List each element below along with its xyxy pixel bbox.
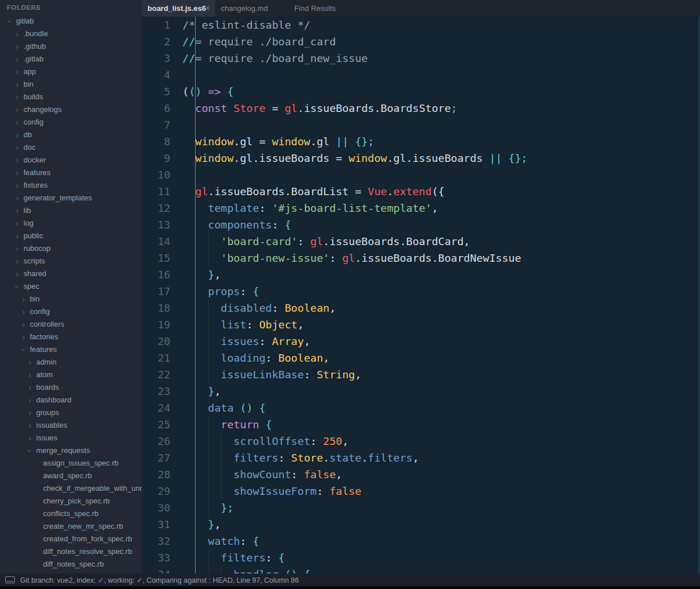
sidebar-item-features[interactable]: ›features: [0, 343, 142, 356]
chevron-right-icon[interactable]: ›: [14, 242, 21, 255]
sidebar-item-issues[interactable]: ›issues: [0, 432, 142, 444]
code-line[interactable]: 22issueLinkBase: String,: [142, 366, 700, 383]
code-line[interactable]: 21loading: Boolean,: [142, 350, 700, 366]
chevron-right-icon[interactable]: ›: [26, 369, 33, 381]
chevron-down-icon[interactable]: ›: [24, 447, 36, 454]
tab-changelog-md[interactable]: changelog.md: [215, 0, 289, 17]
code-line[interactable]: 17props: {: [142, 283, 700, 300]
sidebar-item-fixtures[interactable]: ›fixtures: [0, 179, 142, 192]
chevron-down-icon[interactable]: ›: [11, 283, 24, 290]
code-line[interactable]: 5(() => {: [142, 83, 700, 100]
sidebar-item-assign-issues-spec-rb[interactable]: assign_issues_spec.rb: [0, 457, 142, 470]
code-line[interactable]: 15'board-new-issue': gl.issueBoards.Boar…: [142, 250, 700, 266]
sidebar-item-log[interactable]: ›log: [0, 217, 142, 230]
chevron-right-icon[interactable]: ›: [14, 28, 21, 40]
sidebar-item-scripts[interactable]: ›scripts: [0, 255, 142, 268]
sidebar-item-lib[interactable]: ›lib: [0, 204, 142, 217]
chevron-right-icon[interactable]: ›: [26, 419, 33, 432]
code-line[interactable]: 29showIssueForm: false: [142, 483, 700, 499]
tab-board-list-js-es6[interactable]: board_list.js.es6×: [142, 0, 215, 17]
chevron-right-icon[interactable]: ›: [14, 129, 21, 141]
sidebar-item-rubocop[interactable]: ›rubocop: [0, 242, 142, 255]
code-line[interactable]: 1/* eslint-disable */: [142, 17, 700, 33]
chevron-right-icon[interactable]: ›: [14, 192, 21, 204]
code-line[interactable]: 7: [142, 117, 700, 133]
code-line[interactable]: 27filters: Store.state.filters,: [142, 450, 700, 466]
chevron-right-icon[interactable]: ›: [26, 356, 33, 369]
chevron-right-icon[interactable]: ›: [26, 394, 33, 406]
code-line[interactable]: 25return {: [142, 416, 700, 433]
chevron-down-icon[interactable]: ›: [3, 18, 16, 25]
chevron-right-icon[interactable]: ›: [14, 103, 21, 116]
chevron-right-icon[interactable]: ›: [26, 432, 33, 444]
sidebar-item-config[interactable]: ›config: [0, 305, 142, 318]
sidebar-item-doc[interactable]: ›doc: [0, 141, 142, 154]
sidebar-item-gitlab[interactable]: ›gitlab: [0, 15, 142, 28]
sidebar-item-issuables[interactable]: ›issuables: [0, 419, 142, 432]
sidebar-item-boards[interactable]: ›boards: [0, 381, 142, 394]
chevron-down-icon[interactable]: ›: [17, 346, 30, 353]
code-line[interactable]: 4: [142, 67, 700, 83]
sidebar-item-diff-notes-resolve-spec-rb[interactable]: diff_notes_resolve_spec.rb: [0, 545, 142, 558]
sidebar-item-app[interactable]: ›app: [0, 65, 142, 78]
panel-toggle-icon[interactable]: [5, 576, 15, 583]
code-line[interactable]: 23},: [142, 383, 700, 400]
sidebar-item-factories[interactable]: ›factories: [0, 331, 142, 343]
chevron-right-icon[interactable]: ›: [14, 179, 21, 192]
sidebar-item-config[interactable]: ›config: [0, 116, 142, 129]
chevron-right-icon[interactable]: ›: [26, 406, 33, 419]
sidebar-item-diff-notes-spec-rb[interactable]: diff_notes_spec.rb: [0, 558, 142, 571]
chevron-right-icon[interactable]: ›: [20, 318, 27, 331]
sidebar-item-bin[interactable]: ›bin: [0, 78, 142, 91]
code-line[interactable]: 18disabled: Boolean,: [142, 300, 700, 316]
chevron-right-icon[interactable]: ›: [20, 305, 27, 318]
chevron-right-icon[interactable]: ›: [26, 381, 33, 394]
sidebar-item-created-from-fork-spec-rb[interactable]: created_from_fork_spec.rb: [0, 533, 142, 545]
sidebar-item-bin[interactable]: ›bin: [0, 293, 142, 305]
code-line[interactable]: 28showCount: false,: [142, 466, 700, 483]
sidebar-item-db[interactable]: ›db: [0, 129, 142, 141]
code-line[interactable]: 32watch: {: [142, 533, 700, 549]
chevron-right-icon[interactable]: ›: [14, 141, 21, 154]
sidebar-item-cherry-pick-spec-rb[interactable]: cherry_pick_spec.rb: [0, 495, 142, 507]
code-line[interactable]: 2//= require ./board_card: [142, 33, 700, 50]
sidebar-item-award-spec-rb[interactable]: award_spec.rb: [0, 470, 142, 482]
scrollbar[interactable]: [698, 17, 699, 574]
code-line[interactable]: 30};: [142, 499, 700, 516]
close-icon[interactable]: ×: [205, 0, 210, 17]
sidebar-item-features[interactable]: ›features: [0, 166, 142, 179]
chevron-right-icon[interactable]: ›: [14, 166, 21, 179]
code-line[interactable]: 33filters: {: [142, 549, 700, 566]
code-line[interactable]: 8window.gl = window.gl || {};: [142, 133, 700, 150]
chevron-right-icon[interactable]: ›: [14, 230, 21, 242]
code-line[interactable]: 24data () {: [142, 400, 700, 416]
sidebar-item-github[interactable]: ›.github: [0, 40, 142, 53]
sidebar-item-groups[interactable]: ›groups: [0, 406, 142, 419]
chevron-right-icon[interactable]: ›: [20, 293, 27, 305]
chevron-right-icon[interactable]: ›: [14, 53, 21, 65]
sidebar-item-docker[interactable]: ›docker: [0, 154, 142, 166]
code-line[interactable]: 14'board-card': gl.issueBoards.BoardCard…: [142, 233, 700, 250]
chevron-right-icon[interactable]: ›: [14, 65, 21, 78]
code-line[interactable]: 16},: [142, 266, 700, 283]
sidebar-item-merge-requests[interactable]: ›merge_requests: [0, 444, 142, 457]
code-line[interactable]: 6const Store = gl.issueBoards.BoardsStor…: [142, 100, 700, 117]
sidebar-item-bundle[interactable]: ›.bundle: [0, 28, 142, 40]
code-line[interactable]: 34handler () {: [142, 566, 700, 574]
sidebar-item-admin[interactable]: ›admin: [0, 356, 142, 369]
sidebar-item-check-if-mergeable-with-unreso[interactable]: check_if_mergeable_with_unreso: [0, 482, 142, 495]
sidebar-item-controllers[interactable]: ›controllers: [0, 318, 142, 331]
code-line[interactable]: 11gl.issueBoards.BoardList = Vue.extend(…: [142, 183, 700, 200]
sidebar-item-atom[interactable]: ›atom: [0, 369, 142, 381]
code-line[interactable]: 12template: '#js-board-list-template',: [142, 200, 700, 216]
code-line[interactable]: 20issues: Array,: [142, 333, 700, 350]
chevron-right-icon[interactable]: ›: [14, 217, 21, 230]
chevron-right-icon[interactable]: ›: [14, 255, 21, 268]
chevron-right-icon[interactable]: ›: [14, 268, 21, 280]
chevron-right-icon[interactable]: ›: [14, 91, 21, 103]
code-line[interactable]: 3//= require ./board_new_issue: [142, 50, 700, 67]
code-line[interactable]: 9window.gl.issueBoards = window.gl.issue…: [142, 150, 700, 166]
code-line[interactable]: 26scrollOffset: 250,: [142, 433, 700, 450]
sidebar-item-generator-templates[interactable]: ›generator_templates: [0, 192, 142, 204]
chevron-right-icon[interactable]: ›: [14, 154, 21, 166]
